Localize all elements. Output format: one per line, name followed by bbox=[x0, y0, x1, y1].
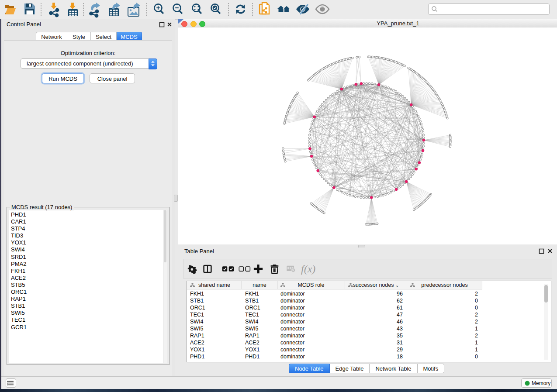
svg-text:f(x): f(x) bbox=[301, 263, 315, 275]
